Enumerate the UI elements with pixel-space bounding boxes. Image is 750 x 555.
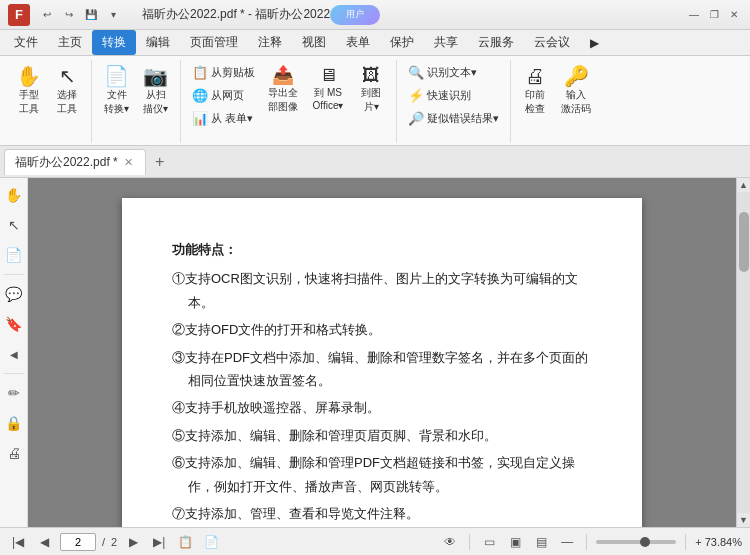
pdf-content: 功能特点： ①支持OCR图文识别，快速将扫描件、图片上的文字转换为可编辑的文本。… [172,238,592,527]
close-button[interactable]: ✕ [726,7,742,23]
to-office-col: 🖥 到 MSOffice▾ [306,62,350,115]
left-toolbar: ✋ ↖ 📄 💬 🔖 ◀ ✏ 🔒 🖨 [0,178,28,527]
from-web-button[interactable]: 🌐 从网页 [187,85,260,106]
status-sep-2 [586,534,587,550]
error-icon: 🔎 [408,111,424,126]
web-icon: 🌐 [192,88,208,103]
image-icon: 🖼 [362,66,380,84]
left-collapse-tool[interactable]: ◀ [2,341,26,367]
menu-pagemanage[interactable]: 页面管理 [180,30,248,55]
menu-bar: 文件 主页 转换 编辑 页面管理 注释 视图 表单 保护 共享 云服务 云会议 … [0,30,750,56]
user-avatar[interactable]: 用户 [330,5,380,25]
pdf-items: ①支持OCR图文识别，快速将扫描件、图片上的文字转换为可编辑的文本。②支持OFD… [172,267,592,527]
tool-separator-1 [4,274,24,275]
menu-cloud[interactable]: 云服务 [468,30,524,55]
view-eye-button[interactable]: 👁 [440,532,460,552]
activate-button[interactable]: 🔑 输入激活码 [555,62,597,120]
new-tab-button[interactable]: + [148,150,172,174]
scrollbar: ▲ ▼ [736,178,750,527]
scroll-down-button[interactable]: ▼ [737,513,751,527]
double-page-button[interactable]: ▣ [505,532,525,552]
menu-form[interactable]: 表单 [336,30,380,55]
read-mode-button[interactable]: — [557,532,577,552]
menu-protect[interactable]: 保护 [380,30,424,55]
hand-icon: ✋ [16,66,41,86]
tab-close-button[interactable]: ✕ [122,155,135,170]
menu-more[interactable]: ▶ [580,32,609,54]
status-right: 👁 ▭ ▣ ▤ — + 73.84% [440,532,742,552]
office-icon: 🖥 [319,66,337,84]
left-hand-tool[interactable]: ✋ [2,182,26,208]
left-lock-tool[interactable]: 🔒 [2,410,26,436]
tab-label: 福昕办公2022.pdf * [15,154,118,171]
scroll-thumb[interactable] [739,212,749,272]
save-button[interactable]: 💾 [82,6,100,24]
to-image-button[interactable]: 🖼 到图片▾ [352,62,390,118]
clipboard-group-label [187,141,390,143]
zoom-thumb[interactable] [640,537,650,547]
from-clipboard-button[interactable]: 📋 从剪贴板 [187,62,260,83]
left-draw-tool[interactable]: ✏ [2,380,26,406]
left-comment-tool[interactable]: 💬 [2,281,26,307]
prepress-button[interactable]: 🖨 印前检查 [517,62,553,120]
clipboard-col: 📋 从剪贴板 🌐 从网页 📊 从 表单▾ [187,62,260,129]
status-bar: |◀ ◀ / 2 ▶ ▶| 📋 📄 👁 ▭ ▣ ▤ — + 73.84% [0,527,750,555]
page-separator: / [102,536,105,548]
app-logo: F [8,4,30,26]
pdf-item-2: ③支持在PDF文档中添加、编辑、删除和管理数字签名，并在多个页面的相同位置快速放… [172,346,592,393]
from-table-button[interactable]: 📊 从 表单▾ [187,108,260,129]
undo-button[interactable]: ↩ [38,6,56,24]
camera-icon: 📷 [143,66,168,86]
last-page-button[interactable]: ▶| [149,532,169,552]
error-result-button[interactable]: 🔎 疑似错误结果▾ [403,108,504,129]
select-tool-button[interactable]: ↖ 选择工具 [49,62,85,120]
single-page-button[interactable]: ▭ [479,532,499,552]
pdf-item-4: ⑤支持添加、编辑、删除和管理页眉页脚、背景和水印。 [172,424,592,447]
pdf-item-1: ②支持OFD文件的打开和格式转换。 [172,318,592,341]
table-icon: 📊 [192,111,208,126]
to-office-button[interactable]: 🖥 到 MSOffice▾ [306,62,350,115]
menu-cloudmeet[interactable]: 云会议 [524,30,580,55]
file-convert-button[interactable]: 📄 文件转换▾ [98,62,135,120]
left-select-tool[interactable]: ↖ [2,212,26,238]
page-number-input[interactable] [60,533,96,551]
copy-page-button[interactable]: 📄 [201,532,221,552]
ribbon: ✋ 手型工具 ↖ 选择工具 📄 文件转换▾ 📷 从扫描仪▾ [0,56,750,146]
export-images-button[interactable]: 📤 导出全部图像 [262,62,304,118]
tool-separator-2 [4,373,24,374]
recognize-text-button[interactable]: 🔍 识别文本▾ [403,62,504,83]
maximize-button[interactable]: ❐ [706,7,722,23]
quick-recognize-button[interactable]: ⚡ 快速识别 [403,85,504,106]
left-bookmark-tool[interactable]: 🔖 [2,311,26,337]
redo-button[interactable]: ↪ [60,6,78,24]
to-image-col: 🖼 到图片▾ [352,62,390,118]
left-page-tool[interactable]: 📄 [2,242,26,268]
key-icon: 🔑 [564,66,589,86]
first-page-btn2[interactable]: 📋 [175,532,195,552]
document-tab[interactable]: 福昕办公2022.pdf * ✕ [4,149,146,175]
next-page-button[interactable]: ▶ [123,532,143,552]
menu-view[interactable]: 视图 [292,30,336,55]
export-icon: 📤 [272,66,294,84]
hand-tool-button[interactable]: ✋ 手型工具 [10,62,47,120]
menu-edit[interactable]: 编辑 [136,30,180,55]
left-print-tool[interactable]: 🖨 [2,440,26,466]
menu-home[interactable]: 主页 [48,30,92,55]
pdf-item-0: ①支持OCR图文识别，快速将扫描件、图片上的文字转换为可编辑的文本。 [172,267,592,314]
minimize-button[interactable]: — [686,7,702,23]
ribbon-group-clipboard: 📋 从剪贴板 🌐 从网页 📊 从 表单▾ 📤 导出全部图像 [181,60,397,143]
menu-annotate[interactable]: 注释 [248,30,292,55]
menu-convert[interactable]: 转换 [92,30,136,55]
zoom-slider[interactable] [596,540,676,544]
scan-button[interactable]: 📷 从扫描仪▾ [137,62,174,120]
scroll-view-button[interactable]: ▤ [531,532,551,552]
first-page-button[interactable]: |◀ [8,532,28,552]
convert-buttons: 📄 文件转换▾ 📷 从扫描仪▾ [98,60,174,141]
menu-file[interactable]: 文件 [4,30,48,55]
page-total: 2 [111,536,117,548]
menu-share[interactable]: 共享 [424,30,468,55]
prev-page-button[interactable]: ◀ [34,532,54,552]
scroll-track[interactable] [737,192,750,513]
dropdown-button[interactable]: ▾ [104,6,122,24]
scroll-up-button[interactable]: ▲ [737,178,751,192]
